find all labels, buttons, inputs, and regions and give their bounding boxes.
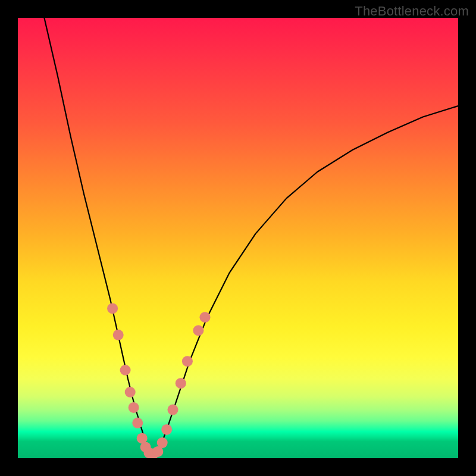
chart-frame: TheBottleneck.com [0,0,476,476]
sample-dot [157,437,168,448]
watermark-text: TheBottleneck.com [355,4,469,19]
sample-dot [161,424,172,435]
sample-dot [182,356,193,367]
chart-overlay-svg [18,18,458,458]
bottleneck-curve [44,18,458,454]
sample-dot [113,330,124,340]
sample-dot [125,387,136,397]
sample-dot [129,402,139,413]
sample-dots-group [107,303,210,458]
sample-dot [132,418,143,428]
sample-dot [107,303,118,314]
plot-area [18,18,458,458]
sample-dot [167,405,178,415]
sample-dot [176,378,186,389]
sample-dot [120,365,131,375]
sample-dot [200,312,211,322]
sample-dot [193,325,203,336]
